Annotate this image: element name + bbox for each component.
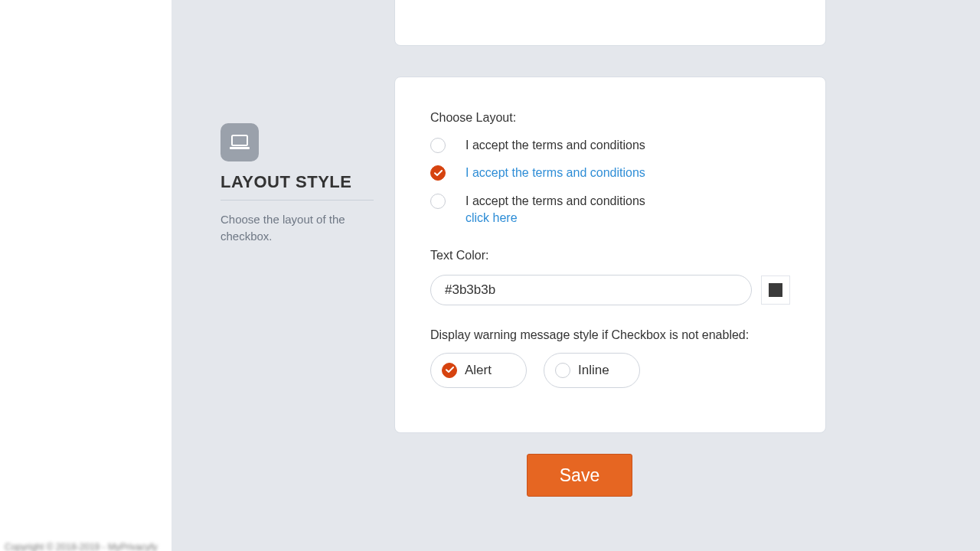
color-swatch-button[interactable]: [761, 276, 790, 305]
text-color-row: [430, 275, 790, 305]
warning-option-alert[interactable]: Alert: [430, 353, 527, 388]
choose-layout-label: Choose Layout:: [430, 111, 790, 125]
click-here-link: click here: [466, 210, 645, 227]
section-title: LAYOUT STYLE: [220, 172, 374, 201]
save-button-label: Save: [560, 465, 599, 486]
layout-option-label: I accept the terms and conditions: [466, 165, 645, 181]
svg-rect-0: [232, 135, 247, 145]
color-swatch: [769, 283, 782, 297]
layout-option-text: I accept the terms and conditions: [466, 194, 645, 207]
warning-option-label: Alert: [465, 363, 492, 378]
section-description: Choose the layout of the checkbox.: [220, 211, 374, 245]
footer-copyright: Copyright © 2018-2019 - MyPrivacyfy: [0, 539, 162, 551]
warning-style-label: Display warning message style if Checkbo…: [430, 328, 790, 342]
radio-icon: [555, 363, 570, 378]
text-color-label: Text Color:: [430, 249, 790, 262]
radio-icon-checked: [430, 165, 446, 181]
layout-option-link[interactable]: I accept the terms and conditions: [430, 165, 790, 181]
layout-style-card: Choose Layout: I accept the terms and co…: [394, 77, 826, 433]
section-sidebar: LAYOUT STYLE Choose the layout of the ch…: [220, 123, 374, 245]
layout-option-extra[interactable]: I accept the terms and conditions click …: [430, 193, 790, 227]
layout-radio-group: I accept the terms and conditions I acce…: [430, 137, 790, 227]
radio-icon: [430, 194, 446, 209]
layout-option-label: I accept the terms and conditions: [466, 137, 645, 154]
layout-option-label: I accept the terms and conditions click …: [466, 193, 645, 227]
radio-icon: [430, 138, 446, 153]
warning-radio-group: Alert Inline: [430, 353, 790, 388]
warning-option-label: Inline: [578, 363, 609, 378]
layout-option-plain[interactable]: I accept the terms and conditions: [430, 137, 790, 154]
previous-settings-card: [394, 0, 826, 46]
text-color-input[interactable]: [430, 275, 752, 305]
laptop-icon: [220, 123, 259, 161]
svg-rect-1: [230, 147, 250, 149]
radio-icon-checked: [442, 363, 457, 378]
warning-option-inline[interactable]: Inline: [544, 353, 640, 388]
save-button[interactable]: Save: [527, 454, 632, 497]
left-gutter: [0, 0, 172, 551]
